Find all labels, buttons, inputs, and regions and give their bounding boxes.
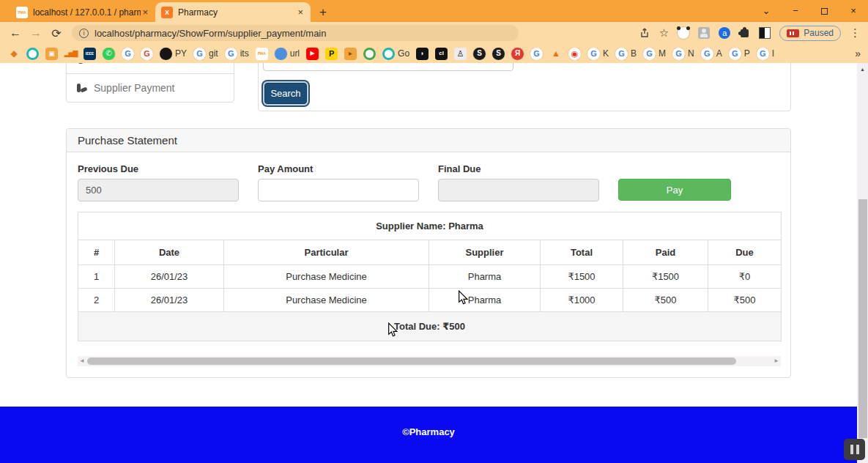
tab-phpmyadmin[interactable]: PMA localhost / 127.0.0.1 / pharmacig ×: [10, 2, 155, 22]
back-button[interactable]: ←: [7, 26, 23, 40]
bookmark-item[interactable]: ◆: [7, 48, 20, 60]
table-cell: Purchase Medicine: [224, 265, 429, 289]
pay-amount-input[interactable]: [258, 179, 419, 201]
bookmark-item[interactable]: ▂▅▇: [64, 48, 77, 60]
bookmark-label: I: [772, 48, 774, 59]
bookmark-item[interactable]: GI: [757, 48, 774, 60]
pay-button[interactable]: Pay: [618, 179, 731, 201]
green-ring-icon: [363, 48, 376, 60]
reload-button[interactable]: ⟳: [48, 26, 64, 40]
bookmark-item[interactable]: ▲: [549, 48, 562, 60]
site-info-icon[interactable]: i: [79, 29, 89, 38]
paused-badge[interactable]: Paused: [779, 26, 841, 41]
vertical-scrollbar-thumb[interactable]: [858, 199, 867, 438]
horizontal-scrollbar-thumb[interactable]: [87, 358, 736, 365]
bookmark-item[interactable]: GK: [587, 48, 609, 60]
bookmark-item[interactable]: S: [473, 48, 486, 60]
restore-window-button[interactable]: [821, 8, 828, 15]
bookmark-label: P: [744, 48, 750, 59]
sidebar-item-supplier-payment[interactable]: Supplier Payment: [67, 73, 234, 102]
bookmark-item[interactable]: GN: [672, 48, 694, 60]
bookmark-item[interactable]: PY: [160, 48, 187, 60]
scroll-right-icon[interactable]: ►: [774, 358, 779, 365]
purchase-table: Supplier Name: Pharma#DateParticularSupp…: [78, 212, 782, 341]
field-group-pay-amount: Pay Amount: [258, 163, 419, 201]
table-row: 226/01/23Purchase MedicinePharma₹1000₹50…: [78, 289, 782, 312]
supplier-search-input[interactable]: [263, 63, 513, 71]
bookmark-item[interactable]: P: [325, 48, 338, 60]
vertical-scrollbar[interactable]: ▲: [857, 63, 868, 463]
close-window-button[interactable]: ×: [839, 0, 868, 22]
scroll-up-icon[interactable]: ▲: [857, 67, 868, 72]
menu-dots-icon[interactable]: ⋮: [850, 26, 861, 40]
close-tab-icon[interactable]: ×: [296, 7, 305, 18]
url-shortener-icon: [275, 48, 287, 60]
bookmark-label: A: [716, 48, 722, 59]
bookmark-item[interactable]: cl: [435, 48, 448, 60]
chart-pie-icon: [76, 63, 85, 64]
purchase-statement-panel: Purchase Statement Previous DuePay Amoun…: [66, 128, 791, 378]
bookmark-label: Go: [398, 48, 409, 59]
extensions-puzzle-icon[interactable]: [741, 29, 749, 37]
recorder-icon: [787, 29, 799, 37]
bookmark-item[interactable]: Gits: [225, 48, 249, 60]
bookmarks-bar: ◆▣▂▅▇IEEE✆GGPYGgitGitsPMAurl▶P▸Go◗cl♙SSЯ…: [0, 44, 868, 63]
google-icon: G: [225, 48, 237, 60]
search-button[interactable]: Search: [264, 83, 307, 104]
profile-avatar[interactable]: [759, 27, 771, 39]
close-tab-icon[interactable]: ×: [141, 7, 149, 18]
google-icon: G: [757, 48, 769, 60]
bookmark-item[interactable]: url: [275, 48, 300, 60]
horizontal-scrollbar[interactable]: ◄ ►: [78, 356, 781, 366]
panda-extension-icon[interactable]: [678, 27, 689, 39]
table-cell: 2: [78, 289, 115, 312]
minimize-button[interactable]: −: [781, 0, 810, 22]
bookmark-item[interactable]: ▣: [45, 48, 58, 60]
bookmark-item[interactable]: GA: [701, 48, 722, 60]
tab-pharmacy[interactable]: X Pharmacy ×: [155, 2, 311, 22]
table-cell: ₹1000: [541, 289, 623, 312]
bookmark-item[interactable]: ▶: [306, 48, 319, 60]
bookmark-item[interactable]: GP: [729, 48, 750, 60]
new-tab-button[interactable]: +: [319, 5, 327, 20]
bookmark-item[interactable]: GM: [643, 48, 666, 60]
bookmark-item[interactable]: [363, 48, 376, 60]
bookmark-item[interactable]: Go: [382, 48, 409, 60]
bookmark-item[interactable]: GB: [615, 48, 637, 60]
bookmark-item[interactable]: ◗: [416, 48, 429, 60]
bookmark-item[interactable]: PMA: [256, 48, 268, 60]
scroll-left-icon[interactable]: ◄: [79, 358, 85, 365]
table-cell: ₹1500: [623, 265, 708, 289]
bookmark-star-icon[interactable]: ☆: [659, 26, 669, 40]
camera-icon: ▣: [45, 48, 58, 60]
google-icon: G: [193, 48, 206, 60]
google-icon: G: [615, 48, 628, 60]
previous-due-input: [78, 179, 239, 201]
bookmark-item[interactable]: Ggit: [193, 48, 218, 60]
paused-label: Paused: [804, 28, 834, 38]
bookmark-item[interactable]: IEEE: [84, 48, 96, 60]
bookmark-item[interactable]: G: [141, 48, 153, 60]
recorder-pause-button[interactable]: [844, 439, 865, 460]
address-bar[interactable]: i localhost/pharmacy/ShowForm/supplier_p…: [72, 25, 519, 41]
bookmark-item[interactable]: ♙: [454, 48, 467, 60]
sidebar-item-purchase-statement[interactable]: Purchase Statement: [67, 63, 234, 73]
a-extension-icon[interactable]: a: [719, 27, 730, 39]
p-icon: P: [325, 48, 338, 60]
bookmark-item[interactable]: [26, 48, 39, 60]
bookmark-item[interactable]: ✆: [103, 48, 115, 60]
share-icon[interactable]: [639, 27, 650, 39]
person-extension-icon[interactable]: [698, 27, 710, 39]
google-icon: G: [587, 48, 600, 60]
google-icon: G: [701, 48, 713, 60]
bookmark-item[interactable]: Я: [511, 48, 524, 60]
tab-search-chevron-icon[interactable]: ⌄: [752, 0, 781, 22]
bookmarks-overflow-icon[interactable]: »: [855, 48, 861, 59]
bookmark-item[interactable]: G: [530, 48, 543, 60]
bookmark-item[interactable]: G: [122, 48, 134, 60]
total-due-cell: Total Due: ₹500: [78, 312, 782, 341]
bookmark-item[interactable]: ◉: [568, 48, 581, 60]
bookmark-item[interactable]: ▸: [344, 48, 357, 60]
field-label: Final Due: [438, 163, 599, 174]
bookmark-item[interactable]: S: [492, 48, 505, 60]
